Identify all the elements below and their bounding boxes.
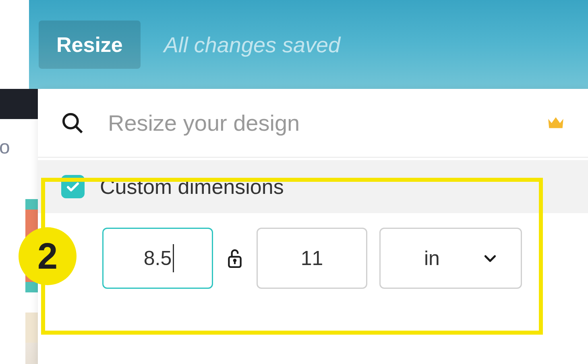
crown-icon <box>545 112 567 134</box>
custom-dimensions-row[interactable]: Custom dimensions <box>38 160 588 213</box>
text-cursor <box>173 244 174 272</box>
unit-value: in <box>424 247 440 270</box>
left-dark-strip <box>0 89 38 119</box>
preview-color-teal2 <box>25 282 38 292</box>
height-input[interactable]: 11 <box>257 228 367 289</box>
preview-color-teal <box>25 199 38 210</box>
svg-line-1 <box>76 127 82 132</box>
resize-dropdown-panel: Resize your design Custom dimensions 8.5 <box>38 89 588 364</box>
custom-dimensions-label: Custom dimensions <box>100 175 284 199</box>
height-value: 11 <box>301 247 323 270</box>
saved-status-text: All changes saved <box>164 32 340 57</box>
left-design-preview-strip <box>25 199 38 364</box>
left-text-fragment: ro <box>0 129 38 165</box>
preview-color-cream <box>25 313 38 343</box>
width-input[interactable]: 8.5 <box>102 228 213 289</box>
search-icon <box>61 112 84 134</box>
resize-button[interactable]: Resize <box>39 21 141 69</box>
search-placeholder-text: Resize your design <box>108 110 300 136</box>
preview-color-light <box>25 343 38 364</box>
svg-point-0 <box>64 114 78 128</box>
preview-color-orange <box>25 210 38 282</box>
left-text-fragment-text: ro <box>0 136 10 158</box>
search-input[interactable]: Resize your design <box>108 110 545 136</box>
width-value: 8.5 <box>144 247 172 270</box>
top-bar: Resize All changes saved <box>29 0 588 89</box>
preview-gap <box>25 292 38 313</box>
unit-select[interactable]: in <box>379 228 522 289</box>
resize-button-label: Resize <box>56 33 123 56</box>
svg-point-4 <box>234 259 236 261</box>
unlock-icon[interactable] <box>225 246 244 270</box>
search-row: Resize your design <box>38 89 588 158</box>
custom-dimensions-checkbox[interactable] <box>61 175 85 198</box>
dimensions-inputs-row: 8.5 11 in <box>38 213 588 297</box>
chevron-down-icon <box>482 250 498 266</box>
